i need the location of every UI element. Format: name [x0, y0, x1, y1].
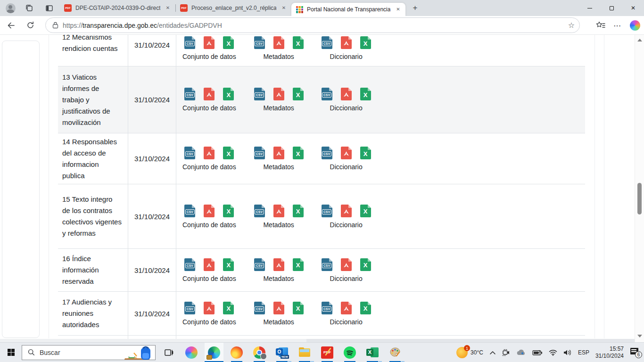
back-button[interactable]	[5, 19, 18, 32]
language-indicator[interactable]: ESP	[578, 349, 589, 356]
pdf-download-icon[interactable]	[273, 205, 284, 217]
battery-icon[interactable]	[532, 350, 543, 356]
new-tab-button[interactable]: +	[408, 1, 421, 15]
start-button[interactable]	[0, 343, 22, 362]
taskbar-pdf-editor-icon[interactable]: PDF	[318, 343, 337, 362]
tab-actions-icon[interactable]	[42, 1, 56, 15]
pdf-download-icon[interactable]	[204, 88, 215, 100]
csv-download-icon[interactable]: CSV	[254, 258, 265, 271]
taskbar-paint-icon[interactable]	[386, 343, 405, 362]
pdf-download-icon[interactable]	[204, 302, 215, 314]
csv-download-icon[interactable]: CSV	[254, 36, 265, 49]
taskbar-firefox-icon[interactable]	[227, 343, 246, 362]
tab-close-icon[interactable]: ✕	[280, 4, 288, 12]
csv-download-icon[interactable]: CSV	[184, 205, 195, 217]
volume-icon[interactable]	[563, 349, 572, 356]
excel-download-icon[interactable]: X	[360, 88, 371, 100]
scroll-up-icon[interactable]	[637, 39, 642, 41]
tab-pdf-2[interactable]: PDF Proceso_enlace_pnt_v2.0_réplica_ ✕	[175, 0, 291, 16]
vertical-scrollbar[interactable]	[635, 35, 644, 342]
csv-download-icon[interactable]: CSV	[184, 147, 195, 159]
taskbar-outlook-icon[interactable]: O NEW	[272, 343, 291, 362]
pdf-download-icon[interactable]	[341, 205, 352, 217]
pdf-download-icon[interactable]	[341, 147, 352, 159]
wifi-icon[interactable]	[549, 349, 557, 356]
csv-download-icon[interactable]: CSV	[184, 302, 195, 314]
minimize-button[interactable]	[579, 0, 601, 16]
favorites-list-icon[interactable]	[596, 21, 605, 30]
workspaces-icon[interactable]	[23, 1, 36, 15]
excel-download-icon[interactable]: X	[223, 205, 234, 217]
refresh-button[interactable]	[24, 19, 37, 32]
tab-close-icon[interactable]: ✕	[164, 4, 172, 12]
excel-download-icon[interactable]: X	[360, 205, 371, 217]
excel-download-icon[interactable]: X	[223, 36, 234, 49]
excel-download-icon[interactable]: X	[360, 147, 371, 159]
csv-download-icon[interactable]: CSV	[322, 258, 332, 271]
lock-icon[interactable]	[52, 22, 58, 29]
weather-widget[interactable]: 1 30°C	[456, 347, 483, 358]
pdf-download-icon[interactable]	[273, 147, 284, 159]
csv-download-icon[interactable]: CSV	[322, 302, 332, 314]
csv-download-icon[interactable]: CSV	[322, 88, 332, 100]
excel-download-icon[interactable]: X	[360, 36, 371, 49]
excel-download-icon[interactable]: X	[293, 36, 304, 49]
onedrive-icon[interactable]	[517, 349, 526, 356]
csv-download-icon[interactable]: CSV	[254, 88, 265, 100]
pdf-download-icon[interactable]	[273, 88, 284, 100]
restore-button[interactable]	[601, 0, 622, 16]
csv-download-icon[interactable]: CSV	[322, 36, 332, 49]
csv-download-icon[interactable]: CSV	[184, 88, 195, 100]
action-center-button[interactable]: 6	[630, 347, 641, 358]
pdf-download-icon[interactable]	[273, 302, 284, 314]
csv-download-icon[interactable]: CSV	[184, 258, 195, 271]
pdf-download-icon[interactable]	[341, 36, 352, 49]
pdf-download-icon[interactable]	[204, 147, 215, 159]
address-bar[interactable]: https://transparencia.dpe.gob.ec/entidad…	[45, 17, 580, 33]
excel-download-icon[interactable]: X	[293, 205, 304, 217]
excel-download-icon[interactable]: X	[360, 258, 371, 271]
clock[interactable]: 15:57 31/10/2024	[595, 346, 624, 360]
excel-download-icon[interactable]: X	[223, 302, 234, 314]
taskbar-copilot-icon[interactable]	[182, 343, 201, 362]
excel-download-icon[interactable]: X	[293, 88, 304, 100]
excel-download-icon[interactable]: X	[293, 147, 304, 159]
taskbar-search[interactable]: Buscar	[22, 345, 156, 360]
meet-now-icon[interactable]	[502, 349, 511, 356]
taskbar-chrome-icon[interactable]	[250, 343, 269, 362]
csv-download-icon[interactable]: CSV	[254, 205, 265, 217]
taskbar-edge-icon[interactable]	[205, 343, 223, 362]
tab-portal-transparencia[interactable]: Portal Nacional de Transparencia ✕	[291, 3, 405, 16]
csv-download-icon[interactable]: CSV	[254, 147, 265, 159]
excel-download-icon[interactable]: X	[360, 302, 371, 314]
scrollbar-thumb[interactable]	[637, 183, 642, 214]
tab-pdf-1[interactable]: PDF DPE-CGTAIP-2024-0339-O-directri ✕	[59, 0, 175, 16]
csv-download-icon[interactable]: CSV	[322, 205, 332, 217]
excel-download-icon[interactable]: X	[223, 147, 234, 159]
pdf-download-icon[interactable]	[204, 258, 215, 271]
excel-download-icon[interactable]: X	[293, 258, 304, 271]
settings-menu-icon[interactable]: ···	[614, 22, 621, 29]
csv-download-icon[interactable]: CSV	[254, 302, 265, 314]
close-button[interactable]: ✕	[622, 0, 644, 16]
task-view-button[interactable]	[159, 343, 178, 362]
excel-download-icon[interactable]: X	[293, 302, 304, 314]
hscrollbar-thumb[interactable]	[0, 339, 306, 342]
excel-download-icon[interactable]: X	[223, 88, 234, 100]
pdf-download-icon[interactable]	[204, 205, 215, 217]
taskbar-file-explorer-icon[interactable]	[295, 343, 314, 362]
pdf-download-icon[interactable]	[273, 36, 284, 49]
pdf-download-icon[interactable]	[341, 302, 352, 314]
pdf-download-icon[interactable]	[273, 258, 284, 271]
scroll-down-icon[interactable]	[637, 335, 642, 337]
profile-button[interactable]	[4, 1, 17, 15]
csv-download-icon[interactable]: CSV	[322, 147, 332, 159]
pdf-download-icon[interactable]	[341, 88, 352, 100]
tray-chevron-up-icon[interactable]	[489, 350, 496, 355]
excel-download-icon[interactable]: X	[223, 258, 234, 271]
horizontal-scrollbar[interactable]	[0, 339, 635, 342]
csv-download-icon[interactable]: CSV	[184, 36, 195, 49]
pdf-download-icon[interactable]	[341, 258, 352, 271]
taskbar-spotify-icon[interactable]	[340, 343, 359, 362]
pdf-download-icon[interactable]	[204, 36, 215, 49]
